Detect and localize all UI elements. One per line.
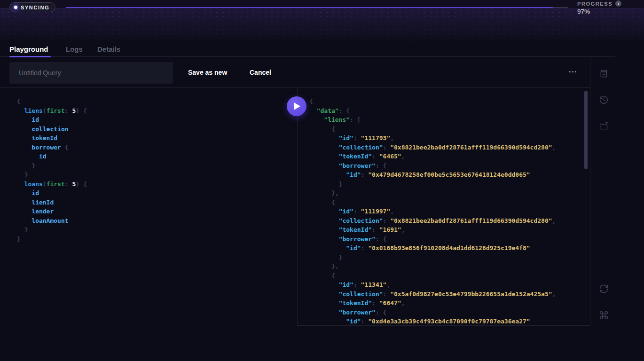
code-line: { [309,271,580,281]
more-options-button[interactable]: ... [569,66,578,74]
code-line: "tokenId": "6465", [309,152,580,161]
save-query-button[interactable] [598,68,609,79]
code-line: lienId [17,198,290,207]
command-icon [599,310,609,320]
code-line: "borrower": { [309,235,580,244]
code-line: }, [309,262,580,271]
code-line: "collection": "0x8821bee2ba0df28761afff1… [309,216,580,226]
code-line: { [309,97,580,106]
code-line: liens(first: 5) { [17,106,290,116]
refresh-icon [599,284,609,294]
code-line: "liens": [ [309,115,580,125]
code-line: "tokenId": "1691", [309,225,580,235]
result-bottom-border [297,325,590,326]
progress-meta: PROGRESS i 97% [577,0,621,15]
code-line: "id": "11341", [309,280,580,290]
code-line: } [17,235,290,244]
active-tab-underline [9,56,51,57]
header-dots-texture [0,2,644,54]
shortcuts-button[interactable] [598,309,609,321]
code-line: "borrower": { [309,161,580,171]
code-line: { [309,125,580,134]
code-line: "collection": "0x8821bee2ba0df28761afff1… [309,143,580,152]
toolbar-border [0,87,590,88]
new-collection-button[interactable] [598,120,609,132]
tabbar-border [0,56,615,57]
code-line: { [309,198,580,207]
syncing-dot-icon [14,6,17,9]
info-icon[interactable]: i [615,0,621,7]
syncing-label: SYNCING [21,5,49,10]
progress-value: 97% [577,8,621,15]
code-line: id [17,115,290,125]
code-line: { [17,97,290,106]
refresh-button[interactable] [598,283,609,294]
run-query-button[interactable] [287,96,306,116]
code-line: "tokenId": "6647", [309,298,580,308]
code-line: id [17,152,290,161]
code-line: borrower { [17,143,290,152]
progress-label: PROGRESS [577,1,613,7]
code-line: "id": "0xd4e3a3cb39c4f93cb4c87090f0c7978… [309,317,580,325]
tab-logs[interactable]: Logs [66,45,83,53]
code-line: collection [17,125,290,134]
tab-playground[interactable]: Playground [9,45,48,53]
code-line: id [17,188,290,198]
code-line: tokenId [17,133,290,143]
pane-divider [297,87,298,325]
folder-add-icon [599,121,609,131]
code-line: loans(first: 5) { [17,180,290,189]
code-line: }, [309,188,580,198]
code-line: lender [17,207,290,216]
result-scrollbar-thumb[interactable] [584,91,588,169]
code-line: } [17,225,290,235]
code-line: "id": "0x479d4678258ef00be5c5653e6764181… [309,170,580,180]
code-line: "borrower": { [309,308,580,317]
code-line: } [17,170,290,180]
tab-details[interactable]: Details [97,45,120,53]
query-editor-code[interactable]: { liens(first: 5) { id collection tokenI… [17,97,290,325]
play-icon [294,102,301,110]
syncing-status-badge: SYNCING [9,2,55,12]
progress-bar [66,7,568,8]
code-line: "id": "111793", [309,133,580,143]
save-icon [599,69,609,78]
code-line: "id": "111997", [309,207,580,216]
code-line: "collection": "0x5af0d9827e0c53e4799bb22… [309,290,580,299]
code-line: "id": "0x0168b93e856f910208d4ad1dd6126d9… [309,243,580,253]
result-viewer-code[interactable]: { "data": { "liens": [ { "id": "111793",… [309,97,580,325]
query-name-input[interactable] [9,62,173,84]
code-line: } [17,161,290,171]
save-as-new-button[interactable]: Save as new [188,69,227,76]
query-history-button[interactable] [598,94,609,105]
code-line: loanAmount [17,216,290,226]
code-line: } [309,253,580,262]
header-glow [0,8,644,53]
history-icon [599,95,609,105]
progress-fill [66,7,553,8]
code-line: "data": { [309,106,580,116]
code-line: } [309,180,580,189]
sidebar-divider [590,56,590,325]
cancel-button[interactable]: Cancel [250,69,271,76]
